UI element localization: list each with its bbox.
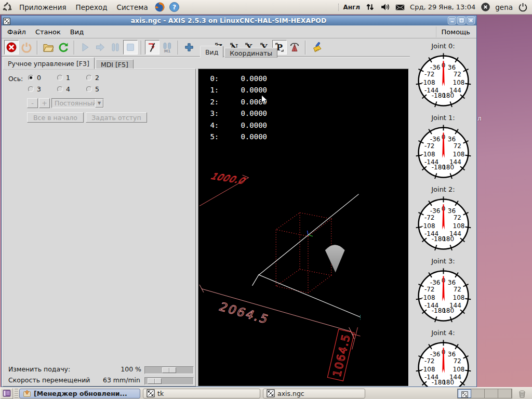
taskbar-window-2[interactable]: axis.ngc (263, 389, 365, 398)
feed-override-slider-handle[interactable] (162, 367, 176, 373)
preview-panel: Вид Координаты 0: 0.0000 1: 0.0000 2: 0.… (197, 57, 410, 387)
user-avatar-icon[interactable] (480, 2, 490, 12)
svg-text:108: 108 (453, 79, 464, 86)
distro-menu-icon[interactable] (2, 2, 13, 13)
reload-file-button[interactable] (56, 40, 71, 55)
help-launcher-icon[interactable]: ? (169, 2, 180, 13)
tab-manual-control[interactable]: Ручное управление [F3] (3, 57, 95, 69)
tab-preview[interactable]: Вид (200, 46, 223, 58)
keyboard-layout-indicator[interactable]: Англ (338, 4, 360, 11)
zoom-in-button[interactable] (182, 40, 196, 55)
pause-program-button[interactable] (108, 40, 123, 55)
axis-label: Ось: (8, 75, 23, 83)
clear-plot-icon (311, 42, 322, 53)
joint-1-label: Joint 1: (410, 114, 476, 122)
axis-radio-circle-1[interactable] (57, 75, 63, 81)
skip-lines-icon (147, 42, 158, 53)
jog-minus-button[interactable]: - (27, 98, 38, 108)
pause-program-icon (110, 42, 121, 53)
axis-radio-circle-0[interactable] (28, 75, 34, 81)
joint-2-gauge: Joint 2:03672108144180-36-72-108-144-180 (410, 185, 476, 254)
svg-text:M1: M1 (164, 49, 171, 54)
stop-program-button[interactable] (123, 40, 138, 55)
axis-radio-0[interactable]: 0 (28, 74, 57, 82)
axis-radio-4[interactable]: 4 (57, 85, 86, 93)
volume-icon[interactable] (380, 2, 390, 12)
home-all-button[interactable]: Все в начало (27, 112, 84, 123)
toolbar-separator (305, 41, 306, 55)
taskbar-window-1[interactable]: tk (143, 389, 260, 398)
touch-off-button[interactable]: Задать отступ (86, 112, 147, 123)
axis-radio-circle-4[interactable] (57, 86, 63, 92)
dimension-lower: 2064.5 (200, 285, 354, 339)
tab-mdi[interactable]: MDI [F5] (96, 59, 134, 69)
firefox-launcher-icon[interactable] (154, 2, 166, 13)
show-desktop-icon[interactable] (1, 388, 13, 399)
axis-radio-circle-2[interactable] (86, 75, 92, 81)
taskbar-window-label: tk (157, 390, 164, 397)
optional-pause-button[interactable]: M1 (160, 40, 175, 55)
maximize-button[interactable] (457, 17, 466, 24)
svg-text:72: 72 (453, 214, 461, 221)
svg-text:72: 72 (453, 142, 461, 150)
menu-machine[interactable]: Станок (31, 26, 65, 37)
svg-text:?: ? (172, 3, 176, 11)
menu-applications[interactable]: Приложения (15, 1, 71, 14)
menu-help[interactable]: Помощь (436, 26, 475, 37)
combobox-arrow-icon[interactable]: ▼ (95, 99, 103, 108)
axis-radio-label-2: 2 (95, 74, 99, 82)
menu-system[interactable]: Система (112, 1, 153, 14)
joint-3-label: Joint 3: (410, 257, 476, 265)
close-button[interactable] (467, 17, 475, 24)
workspace-3[interactable] (485, 389, 498, 398)
estop-button[interactable] (4, 40, 19, 55)
feed-override-value: 100 % (121, 365, 141, 373)
user-name[interactable]: gena (495, 3, 513, 11)
velocity-slider-handle[interactable] (148, 378, 162, 384)
axis-radio-3[interactable]: 3 (28, 85, 57, 93)
run-program-button[interactable] (78, 40, 92, 55)
axis-radio-circle-5[interactable] (86, 86, 92, 92)
shutdown-icon[interactable] (517, 2, 528, 12)
open-file-button[interactable] (41, 40, 56, 55)
trash-icon[interactable] (516, 388, 529, 399)
joint-dial: 03672108144180-36-72-108-144-180 (414, 267, 473, 325)
backplot-canvas[interactable]: 0: 0.0000 1: 0.0000 2: 0.0000 3: 0.0000 … (198, 69, 409, 387)
menu-file[interactable]: Файл (3, 26, 31, 37)
skip-lines-button[interactable] (145, 40, 159, 55)
axis-radio-5[interactable]: 5 (86, 85, 115, 93)
layout-switcher-icon[interactable] (365, 2, 375, 12)
workspace-switcher[interactable] (457, 389, 512, 398)
taskbar-drag-handle[interactable] (15, 389, 18, 398)
stop-program-icon (125, 42, 136, 53)
window-title: axis.ngc - AXIS 2.5.3 on LinuxCNC-HAL-SI… (10, 17, 447, 24)
velocity-slider[interactable] (144, 377, 194, 385)
feed-override-slider[interactable] (144, 366, 194, 374)
menu-view[interactable]: Вид (65, 26, 88, 37)
tab-dro[interactable]: Координаты (224, 48, 277, 58)
reload-file-icon (58, 42, 69, 53)
workspace-4[interactable] (498, 389, 512, 398)
feed-override-label: Изменить подачу: (8, 365, 70, 373)
workspace-1[interactable] (458, 389, 471, 398)
clear-plot-button[interactable] (309, 40, 324, 55)
joint-4-label: Joint 4: (410, 329, 476, 337)
machine-power-button[interactable] (19, 40, 34, 55)
jog-plus-button[interactable]: + (39, 98, 50, 108)
taskbar-window-0[interactable]: [Менеджер обновлени... (19, 389, 140, 398)
titlebar[interactable]: axis.ngc - AXIS 2.5.3 on LinuxCNC-HAL-SI… (2, 16, 476, 25)
minimize-button[interactable] (448, 17, 456, 24)
axis-radio-circle-3[interactable] (28, 86, 34, 92)
top-panel: Приложения Переход Система ? Англ Срд, 2… (0, 0, 532, 15)
clock[interactable]: Срд, 29 Янв, 13:04 (410, 3, 475, 11)
rotate-view-button[interactable] (287, 40, 302, 55)
jog-mode-combobox[interactable]: Постоянный ▼ (51, 98, 104, 108)
workspace-2[interactable] (471, 389, 485, 398)
svg-text:-180: -180 (431, 379, 445, 386)
axis-radio-1[interactable]: 1 (57, 74, 86, 82)
menu-places[interactable]: Переход (71, 1, 112, 14)
axis-radio-2[interactable]: 2 (86, 74, 115, 82)
step-program-button[interactable] (93, 40, 108, 55)
svg-text:-108: -108 (421, 366, 435, 373)
mail-notification-icon[interactable] (395, 2, 405, 12)
